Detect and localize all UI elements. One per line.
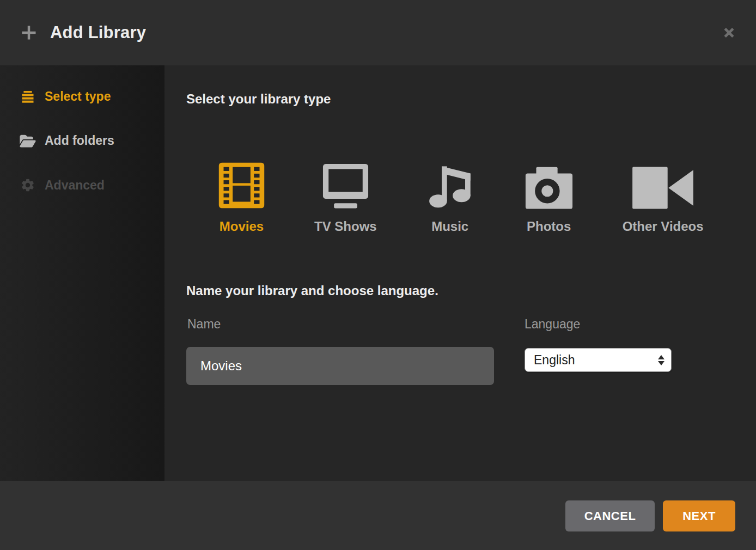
library-type-section-title: Select your library type — [186, 91, 331, 107]
wizard-steps-sidebar: Select type Add folders Advanced — [0, 65, 164, 481]
film-strip-icon — [217, 158, 266, 210]
dialog-title: Add Library — [50, 23, 146, 42]
add-library-dialog: Add Library Select type — [0, 0, 756, 550]
next-button[interactable]: NEXT — [663, 500, 735, 531]
plus-icon — [21, 25, 37, 41]
library-type-label: Movies — [220, 219, 264, 234]
language-field-label: Language — [525, 317, 580, 332]
cancel-button[interactable]: CANCEL — [565, 500, 655, 531]
up-down-arrows-icon — [658, 355, 664, 365]
library-type-label: Music — [431, 219, 468, 234]
sidebar-item-label: Advanced — [45, 178, 105, 193]
library-type-movies[interactable]: Movies — [217, 158, 266, 234]
library-type-music[interactable]: Music — [425, 158, 475, 234]
library-type-photos[interactable]: Photos — [523, 158, 575, 234]
library-type-picker: Movies TV Shows — [217, 158, 704, 234]
tv-monitor-icon — [320, 158, 371, 210]
sidebar-item-label: Add folders — [45, 133, 114, 148]
list-icon — [20, 89, 36, 104]
video-camera-icon — [629, 158, 697, 210]
library-type-tv-shows[interactable]: TV Shows — [314, 158, 377, 234]
sidebar-item-advanced: Advanced — [0, 170, 164, 200]
sidebar-item-add-folders[interactable]: Add folders — [0, 126, 164, 155]
gear-icon — [20, 178, 36, 193]
music-notes-icon — [425, 158, 475, 210]
wizard-step-content: Select your library type — [164, 65, 756, 481]
name-section-title: Name your library and choose language. — [186, 283, 438, 298]
dialog-header: Add Library — [0, 0, 756, 65]
close-icon[interactable] — [717, 21, 741, 45]
library-type-label: Other Videos — [623, 219, 704, 234]
sidebar-item-select-type[interactable]: Select type — [0, 82, 164, 111]
library-name-input[interactable] — [186, 347, 494, 385]
sidebar-item-label: Select type — [45, 89, 111, 104]
language-select-value: English — [525, 353, 658, 368]
name-field-label: Name — [187, 317, 221, 332]
library-type-label: TV Shows — [314, 219, 377, 234]
library-type-other-videos[interactable]: Other Videos — [623, 158, 704, 234]
folder-open-icon — [20, 134, 36, 148]
camera-icon — [523, 158, 575, 210]
dialog-footer: CANCEL NEXT — [0, 481, 756, 550]
language-select[interactable]: English — [525, 348, 672, 372]
library-type-label: Photos — [527, 219, 571, 234]
